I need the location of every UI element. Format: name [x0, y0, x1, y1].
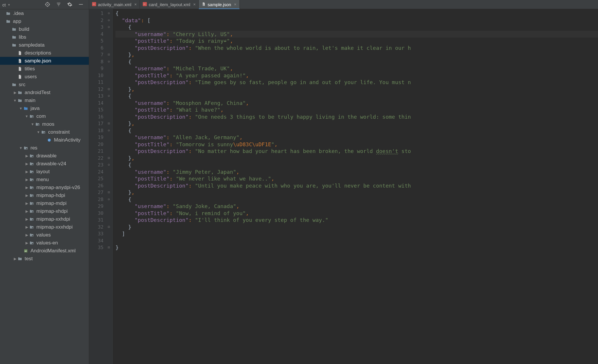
project-sidebar[interactable]: ct ▼ .ideaappbuildlibssampledatadescript… — [0, 0, 89, 364]
tree-item-main[interactable]: main — [0, 96, 89, 104]
code-line[interactable]: }, — [115, 189, 598, 196]
tree-item-drawable[interactable]: drawable — [0, 152, 89, 160]
tab-sample-json[interactable]: {}sample.json× — [199, 0, 239, 9]
tree-item-res[interactable]: res — [0, 144, 89, 152]
project-dropdown-label[interactable]: ct — [2, 2, 6, 7]
tree-item-libs[interactable]: libs — [0, 33, 89, 41]
fold-marker[interactable]: ⊖ — [108, 58, 110, 65]
tree-item-descriptions[interactable]: descriptions — [0, 49, 89, 57]
chevron-icon[interactable] — [25, 170, 29, 174]
tree-item-moos[interactable]: moos — [0, 120, 89, 128]
tree-item-values[interactable]: values — [0, 231, 89, 239]
tree-item-test[interactable]: test — [0, 255, 89, 263]
code-line[interactable]: } — [115, 224, 598, 231]
chevron-icon[interactable] — [25, 201, 29, 205]
chevron-icon[interactable] — [13, 257, 17, 261]
tree-item-mainactivity[interactable]: CMainActivity — [0, 136, 89, 144]
code-line[interactable]: "postTitle": "A year passed again!", — [115, 72, 598, 79]
chevron-icon[interactable] — [25, 209, 29, 213]
chevron-icon[interactable] — [25, 193, 29, 198]
chevron-icon[interactable] — [25, 178, 29, 182]
tree-item-titles[interactable]: titles — [0, 65, 89, 73]
code-line[interactable]: "postDescription": "When the whole world… — [115, 45, 598, 52]
code-line[interactable]: ] — [115, 230, 598, 237]
code-line[interactable]: { — [115, 161, 598, 169]
code-line[interactable]: { — [115, 58, 598, 65]
fold-marker[interactable]: ⊟ — [108, 224, 110, 231]
code-line[interactable]: "postTitle": "Tomorrow is sunny\uD83C\uD… — [115, 141, 598, 148]
code-line[interactable]: { — [115, 196, 598, 203]
code-line[interactable]: { — [115, 24, 598, 31]
code-line[interactable]: "username": "Moosphon AFeng, China", — [115, 100, 598, 107]
code-line[interactable]: { — [115, 93, 598, 100]
fold-marker[interactable]: ⊟ — [108, 120, 110, 127]
close-icon[interactable]: × — [233, 2, 236, 7]
code-line[interactable]: "postTitle": "What i have?", — [115, 106, 598, 113]
code-line[interactable]: "postDescription": "No matter how bad yo… — [115, 148, 598, 155]
fold-marker[interactable]: ⊖ — [108, 196, 110, 203]
code-line[interactable]: { — [115, 127, 598, 134]
chevron-icon[interactable] — [19, 146, 23, 150]
fold-marker[interactable]: ⊖ — [108, 93, 110, 100]
tree-item-menu[interactable]: menu — [0, 176, 89, 183]
tree-item-androidmanifest-xml[interactable]: MFAndroidManifest.xml — [0, 247, 89, 255]
code-line[interactable]: "username": "Allen Jack, Germany", — [115, 134, 598, 141]
tree-item-build[interactable]: build — [0, 25, 89, 33]
code-line[interactable]: } — [115, 244, 598, 251]
fold-marker[interactable]: ⊟ — [108, 51, 110, 58]
fold-marker[interactable]: ⊖ — [108, 24, 110, 31]
code-line[interactable]: }, — [115, 120, 598, 127]
code-line[interactable]: "postTitle": "Today is rainy☔", — [115, 38, 598, 45]
code-line[interactable]: "username": "Cherry Lilly, US", — [115, 31, 598, 38]
tab-card-item-layout-xml[interactable]: <>card_item_layout.xml× — [140, 0, 199, 9]
tab-activity-main-xml[interactable]: <>activity_main.xml× — [89, 0, 140, 9]
code-area[interactable]: { "data": [ { "username": "Cherry Lilly,… — [113, 9, 598, 364]
code-line[interactable]: "postDescription": "One needs 3 things t… — [115, 113, 598, 120]
tree-item-users[interactable]: users — [0, 73, 89, 81]
code-line[interactable]: "username": "Michel Trade, UK", — [115, 65, 598, 72]
tree-item--idea[interactable]: .idea — [0, 9, 89, 17]
fold-marker[interactable]: ⊖ — [108, 127, 110, 134]
chevron-icon[interactable] — [25, 154, 29, 158]
chevron-icon[interactable] — [30, 122, 35, 126]
code-line[interactable]: "username": "Sandy Joke, Canada", — [115, 203, 598, 210]
tree-item-layout[interactable]: layout — [0, 168, 89, 176]
tree-item-mipmap-xxxhdpi[interactable]: mipmap-xxxhdpi — [0, 223, 89, 231]
fold-marker[interactable]: ⊟ — [108, 155, 110, 162]
tree-item-drawable-v24[interactable]: drawable-v24 — [0, 160, 89, 168]
close-icon[interactable]: × — [192, 2, 196, 7]
fold-marker[interactable]: ⊟ — [108, 189, 110, 196]
chevron-icon[interactable] — [25, 186, 29, 190]
code-line[interactable]: }, — [115, 51, 598, 58]
chevron-down-icon[interactable]: ▼ — [8, 3, 11, 6]
chevron-icon[interactable] — [19, 106, 23, 110]
tree-item-app[interactable]: app — [0, 17, 89, 25]
chevron-icon[interactable] — [25, 114, 29, 118]
tree-item-constraint[interactable]: constraint — [0, 128, 89, 136]
chevron-icon[interactable] — [25, 217, 29, 221]
tree-item-androidtest[interactable]: androidTest — [0, 89, 89, 96]
code-line[interactable]: "data": [ — [115, 17, 598, 24]
tree-item-mipmap-anydpi-v26[interactable]: mipmap-anydpi-v26 — [0, 183, 89, 191]
code-line[interactable]: "postTitle": "Now, i remind of you", — [115, 210, 598, 217]
code-line[interactable]: { — [115, 10, 598, 17]
tree-item-values-en[interactable]: values-en — [0, 239, 89, 247]
fold-marker[interactable]: ⊟ — [108, 86, 110, 93]
chevron-icon[interactable] — [13, 91, 17, 95]
code-line[interactable]: "username": "Jimmy Peter, Japan", — [115, 169, 598, 176]
target-icon[interactable] — [45, 2, 50, 8]
chevron-icon[interactable] — [13, 98, 17, 103]
chevron-icon[interactable] — [25, 225, 29, 229]
tree-item-sample-json[interactable]: {}sample.json — [0, 57, 89, 65]
code-line[interactable] — [115, 237, 598, 244]
filter-icon[interactable] — [56, 2, 61, 8]
chevron-icon[interactable] — [36, 130, 40, 134]
tree-item-mipmap-mdpi[interactable]: mipmap-mdpi — [0, 199, 89, 207]
fold-marker[interactable]: ⊟ — [108, 244, 110, 251]
code-line[interactable]: "postTitle": "We never like what we have… — [115, 175, 598, 182]
chevron-icon[interactable] — [25, 162, 29, 166]
fold-marker[interactable]: ⊖ — [108, 17, 110, 24]
chevron-icon[interactable] — [25, 241, 29, 245]
tree-item-sampledata[interactable]: sampledata — [0, 41, 89, 49]
tree-item-mipmap-xhdpi[interactable]: mipmap-xhdpi — [0, 207, 89, 215]
